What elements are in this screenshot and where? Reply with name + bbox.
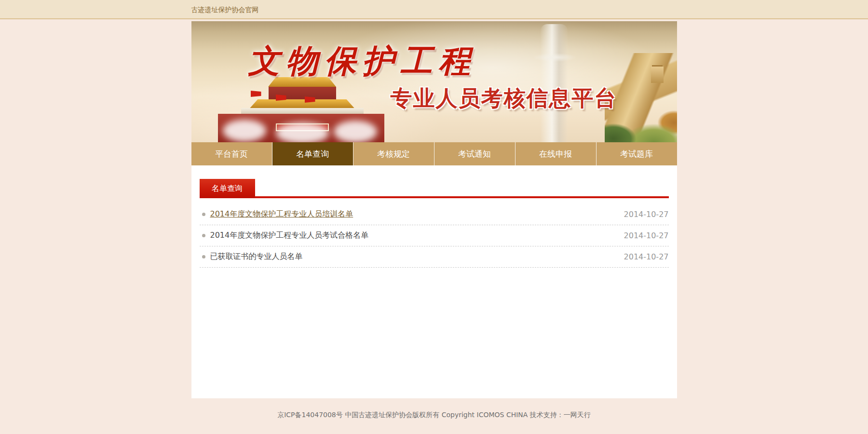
red-flag-icon <box>276 95 286 101</box>
section-tab-list-query[interactable]: 名单查询 <box>200 179 255 198</box>
footer: 京ICP备14047008号 中国古迹遗址保护协会版权所有 Copyright … <box>0 411 868 420</box>
nav-item-list-query[interactable]: 名单查询 <box>272 142 353 165</box>
news-list: 2014年度文物保护工程专业人员培训名单 2014-10-27 2014年度文物… <box>200 204 669 268</box>
banner: 文物保护工程 专业人员考核信息平台 <box>191 21 677 142</box>
huabiao-column-image <box>541 24 568 142</box>
banner-subtitle: 专业人员考核信息平台 <box>391 84 617 113</box>
tiananmen-image <box>218 77 384 142</box>
banner-title: 文物保护工程 <box>248 40 477 83</box>
red-flag-icon <box>251 91 261 97</box>
list-item: 2014年度文物保护工程专业人员考试合格名单 2014-10-27 <box>200 225 669 246</box>
section-header: 名单查询 <box>200 179 669 198</box>
list-item-date: 2014-10-27 <box>624 210 669 219</box>
topbar-site-link[interactable]: 古迹遗址保护协会官网 <box>191 6 259 14</box>
bullet-icon <box>202 234 205 237</box>
tiananmen-terrace <box>241 108 364 114</box>
list-item: 已获取证书的专业人员名单 2014-10-27 <box>200 246 669 268</box>
list-item-date: 2014-10-27 <box>624 231 669 240</box>
fountain-mist <box>334 121 377 142</box>
topbar: 古迹遗址保护协会官网 <box>0 0 868 19</box>
red-flag-icon <box>305 96 315 103</box>
fountain-mist <box>223 120 266 142</box>
list-item: 2014年度文物保护工程专业人员培训名单 2014-10-27 <box>200 204 669 225</box>
nav-item-home[interactable]: 平台首页 <box>191 142 272 165</box>
footer-text: 京ICP备14047008号 中国古迹遗址保护协会版权所有 Copyright … <box>277 411 591 419</box>
list-item-link-certified-roster[interactable]: 已获取证书的专业人员名单 <box>210 252 303 262</box>
list-item-date: 2014-10-27 <box>624 252 669 261</box>
bullet-icon <box>202 255 205 258</box>
main-nav: 平台首页 名单查询 考核规定 考试通知 在线申报 考试题库 <box>191 142 677 165</box>
tiananmen-mid-roof-icon <box>247 99 358 108</box>
nav-item-online-application[interactable]: 在线申报 <box>515 142 596 165</box>
nav-item-question-bank[interactable]: 考试题库 <box>596 142 677 165</box>
great-wall-tower-icon <box>651 67 664 83</box>
main-panel: 文物保护工程 专业人员考核信息平台 平台首页 名单查询 考核规定 考试通知 在线… <box>191 21 677 398</box>
fountain-mist <box>276 122 329 142</box>
topbar-inner: 古迹遗址保护协会官网 <box>191 0 677 19</box>
list-item-link-exam-pass-roster[interactable]: 2014年度文物保护工程专业人员考试合格名单 <box>210 231 369 241</box>
huabiao-wing-image <box>523 51 586 64</box>
content-area: 名单查询 2014年度文物保护工程专业人员培训名单 2014-10-27 201… <box>191 165 677 268</box>
nav-item-exam-notice[interactable]: 考试通知 <box>434 142 515 165</box>
list-item-link-training-roster[interactable]: 2014年度文物保护工程专业人员培训名单 <box>210 209 353 219</box>
nav-item-assessment-rules[interactable]: 考核规定 <box>353 142 434 165</box>
bullet-icon <box>202 213 205 216</box>
